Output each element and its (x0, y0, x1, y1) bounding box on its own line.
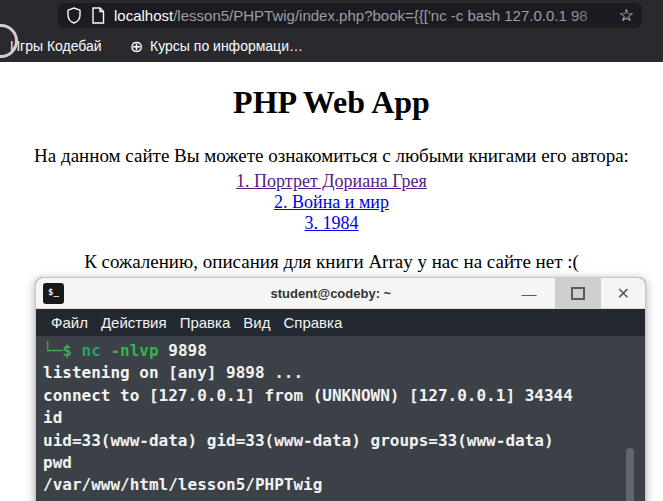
browser-toolbar: localhost/lesson5/PHPTwig/index.php?book… (0, 0, 663, 30)
terminal-titlebar[interactable]: $_ student@codeby: ~ — ✕ (36, 278, 645, 309)
terminal-line: uid=33(www-data) gid=33(www-data) groups… (43, 430, 645, 452)
book-links: 1. Портрет Дориана Грея 2. Война и мир 3… (0, 171, 663, 234)
url-text[interactable]: localhost/lesson5/PHPTwig/index.php?book… (114, 7, 613, 24)
menu-view[interactable]: Вид (237, 314, 276, 331)
terminal-line: /var/www/html/lesson5/PHPTwig (43, 474, 645, 496)
url-path: /lesson5/PHPTwig/index.php?book={{['nc -… (173, 7, 587, 24)
terminal-output[interactable]: └─$ nc -nlvp 9898 listening on [any] 989… (36, 336, 645, 501)
terminal-app-icon: $_ (43, 283, 64, 304)
page-title: PHP Web App (0, 62, 663, 121)
terminal-line: ^C (43, 497, 645, 501)
command-arg: 9898 (159, 341, 207, 360)
command-flags: -nlvp (101, 341, 159, 360)
terminal-title: student@codeby: ~ (271, 286, 392, 301)
shield-icon[interactable] (66, 7, 82, 24)
terminal-line: listening on [any] 9898 ... (43, 362, 645, 384)
maximize-icon (571, 287, 585, 300)
terminal-prompt-line: └─$ nc -nlvp 9898 (43, 340, 645, 362)
terminal-line: id (43, 407, 645, 429)
error-message: К сожалению, описания для книги Array у … (0, 251, 663, 273)
menu-help[interactable]: Справка (277, 314, 348, 331)
book-link-1984[interactable]: 3. 1984 (0, 213, 663, 234)
browser-chrome: localhost/lesson5/PHPTwig/index.php?book… (0, 0, 663, 62)
web-page: PHP Web App На данном сайте Вы можете оз… (0, 62, 663, 273)
menu-file[interactable]: Файл (45, 314, 94, 331)
bookmark-label: Курсы по информаци… (150, 38, 303, 54)
url-host: localhost (114, 7, 173, 24)
menu-edit[interactable]: Правка (174, 314, 237, 331)
book-link-dorian-gray[interactable]: 1. Портрет Дориана Грея (0, 171, 663, 192)
terminal-scrollbar[interactable] (626, 448, 634, 501)
globe-icon: ⊕ (130, 37, 143, 56)
maximize-button[interactable] (555, 278, 601, 309)
bookmarks-bar: Игры Кодебай ⊕ Курсы по информаци… (0, 30, 663, 62)
terminal-menubar: Файл Действия Правка Вид Справка (36, 309, 645, 336)
terminal-line: connect to [127.0.0.1] from (UNKNOWN) [1… (43, 385, 645, 407)
url-bar[interactable]: localhost/lesson5/PHPTwig/index.php?book… (58, 3, 642, 28)
terminal-line: pwd (43, 452, 645, 474)
page-icon[interactable] (91, 7, 105, 24)
close-button[interactable]: ✕ (601, 278, 645, 309)
terminal-window: $_ student@codeby: ~ — ✕ Файл Действия П… (35, 277, 646, 501)
minimize-button[interactable]: — (504, 278, 555, 309)
menu-actions[interactable]: Действия (95, 314, 173, 331)
book-link-war-and-peace[interactable]: 2. Война и мир (0, 192, 663, 213)
command-nc: nc (72, 341, 101, 360)
shell-prompt: └─$ (43, 341, 72, 360)
intro-text: На данном сайте Вы можете ознакомиться с… (0, 145, 663, 167)
window-controls: — ✕ (504, 278, 645, 309)
bookmark-star-icon[interactable]: ☆ (619, 3, 634, 28)
bookmark-item-courses[interactable]: ⊕ Курсы по информаци… (130, 37, 303, 56)
